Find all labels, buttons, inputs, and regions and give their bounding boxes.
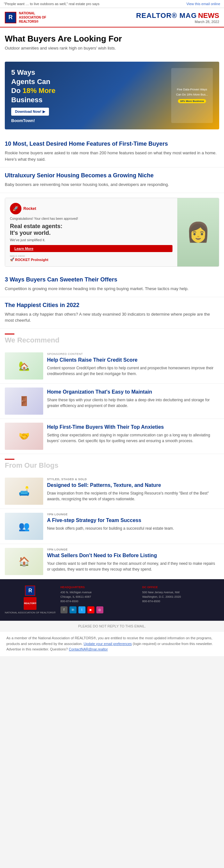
article-1-body: Rookie home buyers were asked to rate mo… (5, 150, 219, 162)
blog-title-1[interactable]: Designed to Sell: Patterns, Texture, and… (47, 482, 219, 489)
header: R NATIONAL ASSOCIATION OF REALTORS® REAL… (0, 8, 224, 28)
blog-tag-3: YPN LOUNGE (47, 548, 219, 551)
recommend-title-1[interactable]: Help Clients Raise Their Credit Score (47, 357, 219, 364)
footer-logo: R REALTOR® NATIONAL ASSOCIATION OF REALT… (5, 586, 56, 614)
no-reply-text: PLEASE DO NOT REPLY TO THIS EMAIL. (78, 624, 146, 628)
recommend-title-2[interactable]: Home Organization That's Easy to Maintai… (47, 389, 219, 396)
blog-tag-2: YPN LOUNGE (47, 513, 219, 516)
top-bar-left: "People want … to live outdoors as well,… (4, 2, 100, 6)
rocket-logo-text: Rocket (23, 206, 36, 211)
article-2-body: Baby boomers are reinventing how senior … (5, 182, 219, 188)
mag-title: REALTOR® MAG (136, 11, 197, 20)
footer-hq: HEADQUARTERS 430 N. Michigan Avenue Chic… (60, 586, 138, 613)
linkedin-icon[interactable]: in (69, 607, 77, 613)
footer-dc-label: DC OFFICE (142, 586, 219, 589)
email-wrapper: "People want … to live outdoors as well,… (0, 0, 224, 656)
advertise-text: Advertise in this newsletter. Questions? (6, 647, 68, 651)
twitter-icon[interactable]: t (78, 607, 85, 613)
blog-content-3: YPN LOUNGE What Sellers Don't Need to Fi… (47, 548, 219, 575)
footer-dc: DC OFFICE 500 New Jersey Avenue, NW Wash… (142, 586, 219, 604)
person-icon: 👩 (186, 221, 210, 243)
blog-img-3: 🏠 (5, 548, 43, 575)
sponsored-label-1: SPONSORED CONTENT (47, 352, 219, 355)
blog-body-2: New book offers path, resources for buil… (47, 526, 219, 531)
hero-section: What Buyers Are Looking For Outdoor amen… (0, 28, 224, 59)
footer-logo-icon: R (25, 586, 35, 596)
blog-img-placeholder-1: 🛋️ (5, 477, 43, 505)
blog-item-3: 🏠 YPN LOUNGE What Sellers Don't Need to … (0, 544, 224, 579)
recommend-section-title: We Recommend (5, 336, 219, 344)
mag-news: NEWS (198, 11, 219, 20)
rocket-tagline: Real estate agents: It's your world. (10, 223, 172, 237)
article-4-body: What makes a city happier than others? A… (5, 311, 219, 323)
article-3-body: Competition is growing more intense head… (5, 286, 219, 292)
recommend-title-3[interactable]: Help First-Time Buyers With Their Top An… (47, 424, 219, 431)
article-1-title[interactable]: 10 Most, Least Desired Home Features of … (5, 141, 219, 147)
update-prefs-link[interactable]: Update your email preferences (84, 642, 132, 646)
footer-no-reply: PLEASE DO NOT REPLY TO THIS EMAIL. (0, 621, 224, 631)
rocket-logo-area: 🚀 Rocket (10, 203, 172, 214)
blog-title-3[interactable]: What Sellers Don't Need to Fix Before Li… (47, 552, 219, 559)
hero-subtitle: Outdoor amenities and views rank high on… (5, 46, 219, 51)
contact-link[interactable]: ContactNAR@nar.realtor (69, 647, 108, 651)
blog-body-1: Draw inspiration from the recipients of … (47, 490, 219, 502)
recommend-item-1: 🏡 SPONSORED CONTENT Help Clients Raise T… (0, 348, 224, 384)
section-divider (5, 334, 15, 335)
rocket-ad-right: 👩 (177, 198, 219, 267)
footer-hq-address: 430 N. Michigan Avenue Chicago, IL 60611… (60, 590, 138, 604)
footer-realtor-seal: REALTOR® (24, 597, 36, 610)
recommend-content-2: Home Organization That's Easy to Maintai… (47, 388, 219, 415)
rocket-disclaimer: NMLS #3030 (10, 255, 172, 257)
top-bar: "People want … to live outdoors as well,… (0, 0, 224, 8)
recommend-img-placeholder-1: 🏡 (5, 352, 43, 379)
disclaimer-note: (login required) or unsubscribe from thi… (133, 642, 213, 646)
blog-content-2: YPN LOUNGE A Five-step Strategy for Team… (47, 513, 219, 540)
view-online-link[interactable]: View this email online (186, 2, 220, 6)
rocket-ad-image: 👩 (177, 198, 219, 267)
instagram-icon[interactable]: ◎ (96, 607, 103, 613)
footer-dc-address: 500 New Jersey Avenue, NW Washington, D.… (142, 590, 219, 604)
boomtown-badge: 18% More Business (178, 99, 206, 103)
footer-social: f in t ▶ ◎ (60, 607, 138, 613)
recommend-img-3: 🤝 (5, 423, 43, 450)
rocket-ad[interactable]: 🚀 Rocket Congratulations! Your client ha… (5, 198, 219, 267)
boomtown-ad-right: Five Data-Proven Ways Can Do 18% More Bu… (171, 68, 213, 123)
rocket-logo-icon: 🚀 (10, 203, 22, 214)
recommend-img-2: 🚪 (5, 388, 43, 415)
youtube-icon[interactable]: ▶ (87, 607, 94, 613)
blogs-section-title: From Our Blogs (5, 461, 219, 470)
recommend-img-1: 🏡 (5, 352, 43, 379)
recommend-section-header: We Recommend (0, 329, 224, 348)
nar-logo: R NATIONAL ASSOCIATION OF REALTORS® (5, 11, 46, 24)
blog-img-placeholder-2: 👥 (5, 513, 43, 540)
footer-disclaimer: As a member of the National Association … (0, 631, 224, 656)
article-4-title[interactable]: The Happiest Cities in 2022 (5, 302, 219, 309)
article-4: The Happiest Cities in 2022 What makes a… (0, 297, 224, 329)
recommend-body-1: Content sponsor CreditXpert offers tips … (47, 365, 219, 377)
rocket-learn-more-button[interactable]: Learn More (10, 245, 172, 252)
blog-body-3: Your clients want to sell their home for… (47, 561, 219, 572)
article-2: Ultraluxury Senior Housing Becomes a Gro… (0, 167, 224, 193)
footer-main: R REALTOR® NATIONAL ASSOCIATION OF REALT… (0, 579, 224, 621)
hero-title: What Buyers Are Looking For (5, 34, 219, 44)
blog-item-2: 👥 YPN LOUNGE A Five-step Strategy for Te… (0, 509, 224, 544)
footer-org-name: NATIONAL ASSOCIATION OF REALTORS® (5, 611, 56, 614)
realtor-mag-brand: REALTOR® MAG NEWS March 28, 2022 (136, 11, 219, 24)
nar-logo-icon: R (5, 12, 16, 23)
blog-img-placeholder-3: 🏠 (5, 548, 43, 575)
rocket-sub: We've just simplified it. (10, 238, 172, 242)
article-3-title[interactable]: 3 Ways Buyers Can Sweeten Their Offers (5, 276, 219, 283)
recommend-body-2: Share these tips with your clients to he… (47, 397, 219, 409)
blog-title-2[interactable]: A Five-step Strategy for Team Success (47, 517, 219, 524)
article-2-title[interactable]: Ultraluxury Senior Housing Becomes a Gro… (5, 172, 219, 179)
nar-logo-text: NATIONAL ASSOCIATION OF REALTORS® (19, 11, 46, 24)
blog-img-2: 👥 (5, 513, 43, 540)
recommend-body-3: Setting clear expectations and staying i… (47, 432, 219, 444)
boomtown-download-button[interactable]: Download Now! ▶ (11, 108, 49, 116)
recommend-content-3: Help First-Time Buyers With Their Top An… (47, 423, 219, 450)
blog-tag-1: STYLED, STAGED & SOLD (47, 477, 219, 481)
boomtown-ad[interactable]: 5 Ways Agents Can Do 18% More Business D… (5, 62, 219, 129)
rocket-congrats: Congratulations! Your client has been ap… (10, 217, 172, 220)
footer-hq-label: HEADQUARTERS (60, 586, 138, 589)
facebook-icon[interactable]: f (60, 607, 67, 613)
